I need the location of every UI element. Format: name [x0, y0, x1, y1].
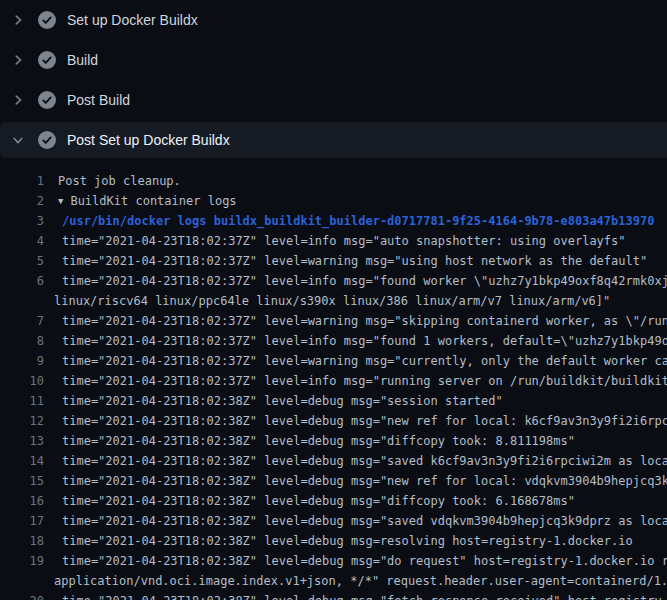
log-line-text: Post job cleanup. — [58, 171, 181, 191]
log-line-text: linux/riscv64 linux/ppc64le linux/s390x … — [54, 291, 610, 311]
log-line: 17 time="2021-04-23T18:02:38Z" level=deb… — [0, 511, 667, 531]
step-title: Post Set up Docker Buildx — [67, 132, 230, 148]
log-line: 15 time="2021-04-23T18:02:38Z" level=deb… — [0, 471, 667, 491]
log-line-text: time="2021-04-23T18:02:37Z" level=warnin… — [62, 251, 647, 271]
log-line: application/vnd.oci.image.index.v1+json,… — [0, 571, 667, 591]
log-line-number[interactable]: 10 — [0, 371, 44, 391]
log-line-text: application/vnd.oci.image.index.v1+json,… — [54, 571, 667, 591]
job-steps-list: Set up Docker Buildx Build Post Build Po… — [0, 0, 667, 158]
log-line-number[interactable]: 7 — [0, 311, 44, 331]
log-line-text: time="2021-04-23T18:02:38Z" level=debug … — [62, 511, 667, 531]
log-line: 2 ▼ BuildKit container logs — [0, 191, 667, 211]
log-line: 14 time="2021-04-23T18:02:38Z" level=deb… — [0, 451, 667, 471]
log-line-number[interactable]: 16 — [0, 491, 44, 511]
log-line: 3 /usr/bin/docker logs buildx_buildkit_b… — [0, 211, 667, 231]
log-line-text: time="2021-04-23T18:02:37Z" level=warnin… — [62, 311, 667, 331]
log-line-number[interactable]: 11 — [0, 391, 44, 411]
log-line: 11 time="2021-04-23T18:02:38Z" level=deb… — [0, 391, 667, 411]
step-header-build[interactable]: Build — [0, 40, 667, 80]
log-line-number[interactable]: 12 — [0, 411, 44, 431]
chevron-down-icon — [10, 132, 26, 148]
log-line-number[interactable] — [0, 571, 44, 591]
log-line-text: time="2021-04-23T18:02:37Z" level=info m… — [62, 231, 626, 251]
log-line-number[interactable]: 3 — [0, 211, 44, 231]
log-line-text: time="2021-04-23T18:02:37Z" level=warnin… — [62, 351, 667, 371]
log-line-text: time="2021-04-23T18:02:37Z" level=info m… — [62, 331, 667, 351]
log-line-text: time="2021-04-23T18:02:38Z" level=debug … — [62, 531, 633, 551]
log-line-text: time="2021-04-23T18:02:38Z" level=debug … — [62, 391, 503, 411]
log-line-number[interactable]: 9 — [0, 351, 44, 371]
log-line-number[interactable]: 1 — [0, 171, 44, 191]
log-line-number[interactable]: 2 — [0, 191, 44, 211]
log-line-text: time="2021-04-23T18:02:38Z" level=debug … — [62, 431, 575, 451]
step-title: Build — [67, 52, 98, 68]
log-group-toggle-icon[interactable]: ▼ — [58, 191, 63, 211]
log-line: 8 time="2021-04-23T18:02:37Z" level=info… — [0, 331, 667, 351]
log-line-number[interactable]: 5 — [0, 251, 44, 271]
check-circle-icon — [38, 91, 56, 109]
step-header-set-up-docker-buildx[interactable]: Set up Docker Buildx — [0, 0, 667, 40]
log-lines: 1 Post job cleanup. 2 ▼ BuildKit contain… — [0, 160, 667, 600]
step-header-post-build[interactable]: Post Build — [0, 80, 667, 120]
log-line-number[interactable]: 13 — [0, 431, 44, 451]
log-line-number[interactable]: 17 — [0, 511, 44, 531]
check-circle-icon — [38, 11, 56, 29]
log-line: 9 time="2021-04-23T18:02:37Z" level=warn… — [0, 351, 667, 371]
log-line-text: time="2021-04-23T18:02:37Z" level=info m… — [62, 271, 667, 291]
log-line: 1 Post job cleanup. — [0, 171, 667, 191]
log-line-text: time="2021-04-23T18:02:38Z" level=debug … — [62, 551, 667, 571]
log-line-text: time="2021-04-23T18:02:38Z" level=debug … — [62, 411, 667, 431]
log-line: 10 time="2021-04-23T18:02:37Z" level=inf… — [0, 371, 667, 391]
log-line: 7 time="2021-04-23T18:02:37Z" level=warn… — [0, 311, 667, 331]
log-line-number[interactable]: 18 — [0, 531, 44, 551]
log-line: 16 time="2021-04-23T18:02:38Z" level=deb… — [0, 491, 667, 511]
log-line: 20 time="2021-04-23T18:02:38Z" level=deb… — [0, 591, 667, 600]
chevron-right-icon — [10, 92, 26, 108]
step-title: Post Build — [67, 92, 130, 108]
log-line-text: time="2021-04-23T18:02:38Z" level=debug … — [62, 451, 667, 471]
step-header-post-set-up-docker-buildx[interactable]: Post Set up Docker Buildx — [0, 122, 667, 158]
log-line-number[interactable]: 6 — [0, 271, 44, 291]
log-line: 19 time="2021-04-23T18:02:38Z" level=deb… — [0, 551, 667, 571]
log-line: 13 time="2021-04-23T18:02:38Z" level=deb… — [0, 431, 667, 451]
log-line: linux/riscv64 linux/ppc64le linux/s390x … — [0, 291, 667, 311]
log-line: 18 time="2021-04-23T18:02:38Z" level=deb… — [0, 531, 667, 551]
chevron-right-icon — [10, 52, 26, 68]
log-line-number[interactable]: 14 — [0, 451, 44, 471]
log-line: 4 time="2021-04-23T18:02:37Z" level=info… — [0, 231, 667, 251]
log-line-number[interactable] — [0, 291, 44, 311]
log-line-number[interactable]: 20 — [0, 591, 44, 600]
chevron-right-icon — [10, 12, 26, 28]
log-line-text: time="2021-04-23T18:02:38Z" level=debug … — [62, 491, 575, 511]
log-line-text: /usr/bin/docker logs buildx_buildkit_bui… — [62, 211, 654, 231]
step-title: Set up Docker Buildx — [67, 12, 198, 28]
log-line: 6 time="2021-04-23T18:02:37Z" level=info… — [0, 271, 667, 291]
log-line-text: time="2021-04-23T18:02:37Z" level=info m… — [62, 371, 667, 391]
log-line: 5 time="2021-04-23T18:02:37Z" level=warn… — [0, 251, 667, 271]
log-line-number[interactable]: 19 — [0, 551, 44, 571]
log-line-number[interactable]: 8 — [0, 331, 44, 351]
log-line: 12 time="2021-04-23T18:02:38Z" level=deb… — [0, 411, 667, 431]
log-line-number[interactable]: 15 — [0, 471, 44, 491]
log-line-text: time="2021-04-23T18:02:38Z" level=debug … — [62, 471, 667, 491]
log-line-text: time="2021-04-23T18:02:38Z" level=debug … — [62, 591, 667, 600]
log-line-number[interactable]: 4 — [0, 231, 44, 251]
log-line-text: BuildKit container logs — [70, 191, 236, 211]
check-circle-icon — [38, 131, 56, 149]
check-circle-icon — [38, 51, 56, 69]
